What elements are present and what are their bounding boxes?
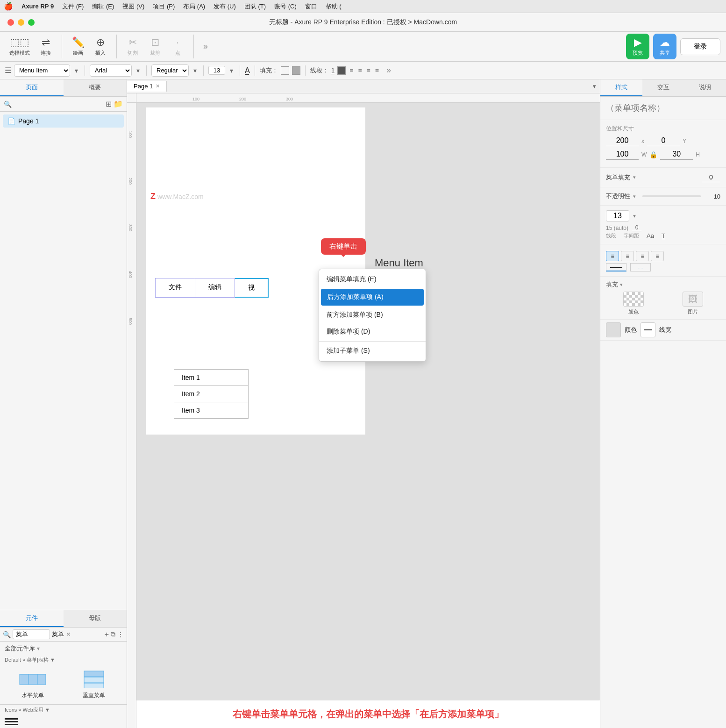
folder-icon[interactable]: 📁 (114, 100, 123, 108)
fill-dropdown-icon[interactable]: ▾ (633, 174, 636, 180)
menubar-project[interactable]: 项目 (P) (149, 1, 178, 12)
context-menu-add-before[interactable]: 前方添加菜单项 (B) (319, 307, 426, 323)
context-menu-delete[interactable]: 删除菜单项 (D) (319, 323, 426, 340)
context-menu-add-after[interactable]: 后方添加菜单项 (A) (321, 289, 424, 306)
menubar-team[interactable]: 团队 (T) (241, 1, 270, 12)
formatbar-more-button[interactable]: » (383, 64, 395, 77)
line-dashed-btn[interactable]: - - (630, 263, 651, 271)
menubar-account[interactable]: 账号 (C) (270, 1, 300, 12)
align-icon-1[interactable]: ≡ (349, 67, 354, 74)
menubar-layout[interactable]: 布局 (A) (179, 1, 209, 12)
font-style-select[interactable]: Regular (151, 64, 189, 77)
canvas-tab-page1[interactable]: Page 1 ✕ (127, 81, 167, 92)
font-size-chevron-icon[interactable]: ▾ (633, 213, 636, 219)
clear-search-icon[interactable]: ✕ (66, 631, 71, 638)
align-icon-3[interactable]: ≡ (366, 67, 371, 74)
menubar-appname[interactable]: Axure RP 9 (18, 2, 57, 11)
lock-icon[interactable]: 🔒 (649, 151, 657, 158)
x-input[interactable] (606, 136, 639, 146)
page-item-1[interactable]: 📄 Page 1 (3, 114, 124, 128)
context-menu-edit-fill[interactable]: 编辑菜单填充 (E) (319, 271, 426, 288)
fill-image-option[interactable]: 🖼 图片 (665, 292, 721, 315)
vertical-menu-item-3[interactable]: Item 3 (174, 402, 249, 419)
menubar-help[interactable]: 帮助 ( (322, 1, 345, 12)
w-input[interactable] (606, 149, 639, 160)
point-button[interactable]: · 点 (167, 35, 188, 58)
align-justify-btn[interactable]: ≡ (651, 251, 664, 261)
linewidth-swatch[interactable] (641, 322, 655, 337)
context-menu-add-submenu[interactable]: 添加子菜单 (S) (319, 343, 426, 359)
tab-widgets[interactable]: 元件 (0, 610, 64, 627)
format-chevron-down-icon[interactable]: ▾ (73, 66, 80, 75)
font-size-chevron-icon[interactable]: ▾ (228, 66, 235, 75)
opacity-dropdown-icon[interactable]: ▾ (633, 193, 636, 200)
tab-outline[interactable]: 概要 (64, 79, 127, 96)
text-color-icon[interactable]: A̲ (245, 66, 250, 75)
opacity-slider[interactable] (642, 195, 701, 197)
menubar-window[interactable]: 窗口 (301, 1, 321, 12)
preview-button[interactable]: ▶ 预览 (626, 34, 649, 59)
login-button[interactable]: 登录 (680, 38, 720, 55)
vertical-menu-widget[interactable]: Item 1 Item 2 Item 3 (174, 369, 249, 419)
font-size-input[interactable] (606, 210, 629, 221)
canvas-content[interactable]: Z www.MacZ.com 文件 编辑 视 Item 1 Item 2 (136, 103, 600, 728)
align-icon-4[interactable]: ≡ (374, 67, 380, 74)
fill-color-option[interactable]: 颜色 (606, 292, 662, 315)
fill-outline-swatch[interactable] (281, 66, 289, 75)
menu-item-edit[interactable]: 编辑 (195, 278, 235, 298)
line-solid-btn[interactable]: —— (606, 263, 626, 271)
font-size-input[interactable] (208, 66, 225, 75)
font-family-select[interactable]: Arial (90, 64, 132, 77)
close-button[interactable] (7, 19, 14, 26)
align-icon-2[interactable]: ≡ (357, 67, 363, 74)
text-aa-icon[interactable]: Aa (647, 232, 654, 239)
duplicate-component-icon[interactable]: ⧉ (111, 630, 115, 638)
add-page-icon[interactable]: ⊞ (106, 100, 112, 108)
horizontal-menu-item[interactable]: 水平菜单 (5, 669, 61, 699)
toolbar-more-button[interactable]: » (199, 40, 212, 53)
vertical-menu-item-1[interactable]: Item 1 (174, 369, 249, 386)
component-breadcrumb[interactable]: Default » 菜单|表格 ▼ (0, 656, 127, 664)
draw-button[interactable]: ✏️ 绘画 (68, 35, 88, 58)
share-button[interactable]: ☁ 共享 (653, 34, 676, 59)
connect-button[interactable]: ⇌ 连接 (36, 35, 56, 58)
tab-pages[interactable]: 页面 (0, 79, 64, 96)
pages-search-input[interactable] (14, 100, 104, 107)
fill-color-swatch[interactable] (292, 66, 300, 75)
tab-style[interactable]: 样式 (600, 79, 642, 96)
maximize-button[interactable] (28, 19, 35, 26)
line-value[interactable]: 1 (331, 67, 335, 74)
widget-name-input[interactable] (606, 101, 720, 115)
menubar-publish[interactable]: 发布 (U) (210, 1, 240, 12)
y-input[interactable] (647, 136, 680, 146)
text-format-icon[interactable]: T̲ (662, 232, 665, 239)
font-style-chevron-icon[interactable]: ▾ (192, 66, 199, 75)
align-right-btn[interactable]: ≡ (636, 251, 649, 261)
vertical-menu-item-2[interactable]: Item 2 (174, 386, 249, 402)
component-search-input[interactable] (13, 629, 50, 639)
menubar-edit[interactable]: 编辑 (E) (88, 1, 118, 12)
hamburger-icon[interactable] (5, 718, 18, 725)
widget-type-select[interactable]: Menu Item (14, 64, 70, 77)
char-spacing-value[interactable]: 0 (632, 224, 641, 231)
minimize-button[interactable] (18, 19, 24, 26)
add-component-icon[interactable]: + (105, 630, 109, 639)
align-left-btn[interactable]: ≡ (606, 251, 619, 261)
align-center-btn[interactable]: ≡ (621, 251, 634, 261)
horizontal-menu-widget[interactable]: 文件 编辑 视 (155, 278, 269, 298)
crop-button[interactable]: ⊡ 裁剪 (145, 35, 165, 58)
menu-item-view[interactable]: 视 (235, 278, 269, 298)
more-component-icon[interactable]: ⋮ (117, 631, 124, 638)
fill-section-chevron-icon[interactable]: ▾ (620, 282, 623, 288)
vertical-menu-item[interactable]: 垂直菜单 (66, 669, 122, 699)
icons-breadcrumb[interactable]: Icons » Web应用 ▼ (0, 704, 127, 715)
canvas-tabs-dropdown[interactable]: ▾ (589, 81, 600, 92)
tab-masters[interactable]: 母版 (64, 610, 127, 627)
menubar-view[interactable]: 视图 (V) (119, 1, 148, 12)
line-color-swatch[interactable] (337, 66, 346, 75)
font-family-chevron-icon[interactable]: ▾ (135, 66, 142, 75)
library-chevron-icon[interactable]: ▾ (37, 645, 40, 652)
tab-interact[interactable]: 交互 (642, 79, 684, 96)
apple-icon[interactable]: 🍎 (4, 2, 13, 11)
tab-notes[interactable]: 说明 (684, 79, 726, 96)
